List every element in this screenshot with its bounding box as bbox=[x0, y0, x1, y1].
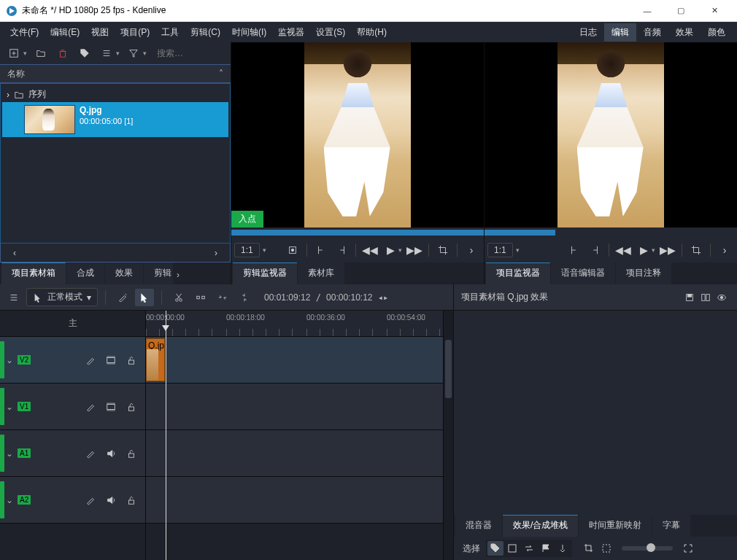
maximize-button[interactable]: ▢ bbox=[664, 0, 698, 22]
list-view-button[interactable] bbox=[97, 44, 116, 62]
tool-insert-button[interactable] bbox=[213, 289, 232, 306]
rewind-button[interactable]: ◀◀ bbox=[360, 241, 379, 259]
tab-library[interactable]: 素材库 bbox=[298, 262, 344, 284]
tab-nav-right[interactable]: › bbox=[174, 265, 182, 284]
filter-button[interactable] bbox=[124, 44, 143, 62]
timecode-current[interactable]: 00:01:09:12 / 00:00:10:12 ◂▸ bbox=[264, 292, 388, 303]
next-page-button[interactable]: › bbox=[208, 246, 224, 260]
tool-hswap-button[interactable] bbox=[521, 541, 537, 556]
tool-marker-button[interactable] bbox=[555, 541, 571, 556]
track-header-V1[interactable]: ⌄V1 bbox=[0, 384, 145, 430]
tool-overwrite-button[interactable] bbox=[235, 289, 254, 306]
tool-save-button[interactable] bbox=[504, 541, 520, 556]
menu-clip[interactable]: 剪辑(C) bbox=[185, 23, 226, 42]
timeline-clip[interactable]: Q.jp bbox=[146, 338, 165, 381]
zoom-scale-button[interactable]: 1:1 bbox=[234, 243, 260, 257]
add-clip-button[interactable] bbox=[4, 44, 23, 62]
more-button[interactable]: › bbox=[462, 241, 481, 259]
tab-compositions[interactable]: 合成 bbox=[66, 262, 104, 284]
track-lock-button[interactable] bbox=[123, 400, 139, 414]
track-row-A1[interactable] bbox=[146, 430, 443, 477]
split-view-button[interactable] bbox=[698, 290, 714, 305]
layout-tab-audio[interactable]: 音频 bbox=[636, 23, 668, 42]
crop-button[interactable] bbox=[433, 241, 452, 259]
layout-tab-color[interactable]: 颜色 bbox=[701, 23, 733, 42]
new-folder-button[interactable] bbox=[31, 44, 50, 62]
menu-edit[interactable]: 编辑(E) bbox=[45, 23, 85, 42]
timeline-ruler[interactable]: 00:00:00:0000:00:18:0000:00:36:0000:00:5… bbox=[146, 311, 443, 337]
bin-column-header[interactable]: 名称 ˄ bbox=[0, 64, 231, 83]
project-monitor-viewport[interactable] bbox=[485, 42, 737, 228]
bin-folder-row[interactable]: › 序列 bbox=[2, 87, 228, 102]
timeline-vscrollbar[interactable] bbox=[443, 311, 453, 560]
tool-crop-button[interactable] bbox=[581, 541, 597, 556]
menu-help[interactable]: 帮助(H) bbox=[351, 23, 393, 42]
tool-tag-button[interactable] bbox=[487, 541, 503, 556]
visibility-button[interactable] bbox=[714, 290, 730, 305]
tab-subtitles[interactable]: 字幕 bbox=[652, 515, 690, 537]
track-header-A2[interactable]: ⌄A2 bbox=[0, 477, 145, 524]
tool-cut-button[interactable] bbox=[169, 289, 188, 306]
layout-tab-log[interactable]: 日志 bbox=[572, 23, 604, 42]
clip-monitor-scrubber[interactable] bbox=[231, 228, 484, 238]
zone-end-button[interactable] bbox=[332, 241, 351, 259]
tab-project-monitor[interactable]: 项目监视器 bbox=[486, 262, 550, 284]
menu-settings[interactable]: 设置(S) bbox=[310, 23, 351, 42]
playhead[interactable] bbox=[166, 311, 166, 560]
menu-project[interactable]: 项目(P) bbox=[115, 23, 155, 42]
zone-end-button[interactable] bbox=[585, 241, 604, 259]
crop-button[interactable] bbox=[687, 241, 706, 259]
master-track-label[interactable]: 主 bbox=[0, 311, 145, 337]
effects-body[interactable] bbox=[454, 311, 737, 515]
more-button[interactable]: › bbox=[715, 241, 734, 259]
rewind-button[interactable]: ◀◀ bbox=[614, 241, 633, 259]
tab-project-notes[interactable]: 项目注释 bbox=[616, 262, 671, 284]
bin-tree[interactable]: › 序列 Q.jpg 00:00:05:00 [1] bbox=[0, 83, 231, 244]
track-fx-button[interactable] bbox=[82, 400, 99, 414]
layout-tab-edit[interactable]: 编辑 bbox=[604, 23, 636, 42]
tab-clip-cut[interactable]: 剪辑 bbox=[144, 262, 173, 284]
track-lock-button[interactable] bbox=[123, 446, 139, 461]
delete-button[interactable] bbox=[53, 44, 72, 62]
play-button[interactable]: ▶ bbox=[634, 241, 653, 259]
track-fx-button[interactable] bbox=[82, 493, 99, 508]
track-row-A2[interactable] bbox=[146, 477, 443, 524]
zone-start-button[interactable] bbox=[565, 241, 584, 259]
tool-magic-button[interactable] bbox=[113, 289, 132, 306]
edit-mode-select[interactable]: 正常模式 ▾ bbox=[26, 288, 98, 306]
menu-file[interactable]: 文件(F) bbox=[4, 23, 45, 42]
menu-tools[interactable]: 工具 bbox=[155, 23, 185, 42]
zone-start-button[interactable] bbox=[312, 241, 331, 259]
tag-button[interactable] bbox=[75, 44, 94, 62]
zoom-scale-button[interactable]: 1:1 bbox=[487, 243, 513, 257]
tab-mixer[interactable]: 混音器 bbox=[455, 515, 502, 537]
bin-search-input[interactable]: 搜索… bbox=[157, 47, 226, 60]
play-button[interactable]: ▶ bbox=[381, 241, 400, 259]
close-button[interactable]: ✕ bbox=[698, 0, 731, 22]
tab-voice-editor[interactable]: 语音编辑器 bbox=[551, 262, 615, 284]
track-fx-button[interactable] bbox=[82, 353, 99, 368]
zoom-slider[interactable] bbox=[622, 546, 673, 551]
track-fx-button[interactable] bbox=[82, 446, 99, 461]
track-header-A1[interactable]: ⌄A1 bbox=[0, 430, 145, 477]
track-row-V1[interactable] bbox=[146, 384, 443, 430]
track-lock-button[interactable] bbox=[123, 493, 139, 508]
layout-tab-effects[interactable]: 效果 bbox=[668, 23, 701, 42]
project-monitor-scrubber[interactable] bbox=[485, 228, 737, 238]
tool-select-button[interactable] bbox=[135, 289, 154, 306]
save-stack-button[interactable] bbox=[682, 290, 698, 305]
zoom-fit-button[interactable] bbox=[680, 541, 696, 556]
tool-spacer-button[interactable] bbox=[191, 289, 210, 306]
track-menu-button[interactable] bbox=[4, 289, 23, 306]
tab-effect-stack[interactable]: 效果/合成堆栈 bbox=[503, 515, 578, 537]
menu-timeline[interactable]: 时间轴(I) bbox=[226, 23, 272, 42]
bin-clip-row[interactable]: Q.jpg 00:00:05:00 [1] bbox=[2, 102, 228, 137]
prev-page-button[interactable]: ‹ bbox=[7, 246, 23, 260]
menu-view[interactable]: 视图 bbox=[85, 23, 115, 42]
tab-project-bin[interactable]: 项目素材箱 bbox=[1, 262, 66, 284]
set-in-button[interactable] bbox=[283, 241, 302, 259]
tab-clip-monitor[interactable]: 剪辑监视器 bbox=[233, 262, 297, 284]
tab-effects[interactable]: 效果 bbox=[105, 262, 143, 284]
forward-button[interactable]: ▶▶ bbox=[658, 241, 677, 259]
timeline-tracks-area[interactable]: 00:00:00:0000:00:18:0000:00:36:0000:00:5… bbox=[146, 311, 443, 560]
